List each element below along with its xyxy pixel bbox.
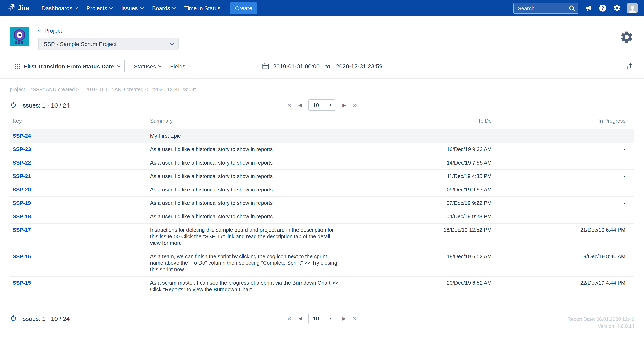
issue-key-link[interactable]: SSP-15 [12,280,31,286]
issue-key-cell: SSP-24 [10,129,150,143]
issue-summary: As a scrum master, I can see the progres… [150,276,354,296]
issue-key-cell: SSP-17 [10,223,150,250]
nav-dashboards[interactable]: Dashboards [37,0,82,16]
nav-time-in-status[interactable]: Time in Status [180,0,225,16]
issue-key-link[interactable]: SSP-19 [12,200,31,206]
table-row: SSP-23 As a user, I'd like a historical … [10,143,634,156]
issue-key-link[interactable]: SSP-20 [12,187,31,193]
caret-down-icon: ▾ [330,103,332,107]
inprogress-date: 19/Dec/19 8:40 AM [492,250,634,276]
report-settings-gear-icon[interactable] [620,30,634,46]
issues-table: Key Summary To Do In Progress SSP-24 My … [10,118,634,296]
issue-key-link[interactable]: SSP-16 [12,253,31,259]
date-to: 2020-12-31 23:59 [336,63,382,69]
search-icon[interactable] [568,5,576,12]
project-meta: Project SSP - Sample Scrum Project [38,27,178,50]
chevron-down-icon [140,6,144,9]
issues-count-label: Issues: 1 - 10 / 24 [21,315,70,322]
avatar-art [16,41,18,44]
issue-key-cell: SSP-16 [10,250,150,276]
table-row: SSP-22 As a user, I'd like a historical … [10,156,634,170]
issue-key-cell: SSP-19 [10,197,150,210]
chevron-down-icon [75,6,78,9]
page-size-value: 10 [313,315,319,322]
issue-key-cell: SSP-15 [10,276,150,296]
user-avatar[interactable] [627,3,638,14]
nav-projects[interactable]: Projects [82,0,117,16]
issue-summary: As a user, I'd like a historical story t… [150,156,354,170]
caret-down-icon: ▾ [330,316,332,320]
inprogress-date: - [492,170,634,183]
inprogress-date: - [492,156,634,170]
report-type-button[interactable]: First Transition From Status Date [10,60,125,73]
inprogress-date: - [492,210,634,223]
prev-page-button[interactable]: ◀ [298,103,302,107]
first-page-button[interactable]: « [287,101,292,109]
statuses-dropdown[interactable]: Statuses [134,63,161,69]
page-size-value: 10 [313,102,319,108]
jira-time-in-status-page: Jira Dashboards Projects Issues Boards T… [0,0,644,338]
chevron-down-icon [170,42,174,45]
issue-key-cell: SSP-22 [10,156,150,170]
issue-summary: Instructions for deleting this sample bo… [150,223,354,250]
project-select[interactable]: SSP - Sample Scrum Project [38,38,178,50]
table-row: SSP-24 My First Epic - - [10,129,634,143]
next-page-button[interactable]: ▶ [342,316,346,321]
prev-page-button[interactable]: ◀ [298,316,302,321]
first-page-button[interactable]: « [287,315,292,322]
todo-date: 11/Dec/19 4:35 PM [354,170,492,183]
table-header-row: Key Summary To Do In Progress [10,118,634,129]
inprogress-date: - [492,197,634,210]
nav-issues[interactable]: Issues [117,0,148,16]
feedback-megaphone-icon[interactable] [584,4,592,12]
chevron-down-icon [188,64,191,67]
issue-summary: As a team, we can finish the sprint by c… [150,250,354,276]
refresh-icon[interactable] [10,101,17,109]
help-icon[interactable]: ? [599,4,607,12]
table-row: SSP-18 As a user, I'd like a historical … [10,210,634,223]
column-header-inprogress: In Progress [492,118,634,129]
jql-query: project = "SSP" AND created >= "2019-01-… [0,79,644,92]
nav-boards[interactable]: Boards [148,0,180,16]
pagination-bottom: « ◀ 10 ▾ ▶ » [287,313,357,324]
plugin-version: Version: 4.6.0.14 [567,323,634,330]
export-icon[interactable] [626,62,634,70]
issue-key-link[interactable]: SSP-23 [12,146,31,152]
issue-key-link[interactable]: SSP-18 [12,213,31,220]
chevron-down-icon [110,6,113,9]
project-label: Project [44,27,62,34]
date-to-word: to [325,63,330,69]
issue-summary: As a user, I'd like a historical story t… [150,197,354,210]
issue-key-link[interactable]: SSP-22 [12,160,31,166]
issue-key-link[interactable]: SSP-24 [12,133,31,139]
create-button[interactable]: Create [230,2,258,14]
next-page-button[interactable]: ▶ [342,103,346,107]
fields-dropdown[interactable]: Fields [170,63,191,69]
page-size-select[interactable]: 10 ▾ [309,313,336,324]
issue-summary: As a user, I'd like a historical story t… [150,143,354,156]
date-range-picker[interactable]: 2019-01-01 00:00 to 2020-12-31 23:59 [262,62,382,70]
last-page-button[interactable]: » [353,101,357,109]
project-avatar [10,27,29,46]
todo-date: 20/Dec/19 6:52 AM [354,276,492,296]
jira-home-link[interactable]: Jira [6,4,30,13]
todo-date: 18/Dec/19 6:52 AM [354,250,492,276]
last-page-button[interactable]: » [353,315,357,322]
calendar-icon [262,62,270,70]
issue-key-cell: SSP-20 [10,183,150,197]
table-row: SSP-17 Instructions for deleting this sa… [10,223,634,250]
navbar-right-group: ? [513,3,638,14]
column-header-todo: To Do [354,118,492,129]
inprogress-date: - [492,143,634,156]
refresh-icon[interactable] [10,315,17,322]
inprogress-date: 22/Dec/19 4:44 PM [492,276,634,296]
project-section-toggle[interactable]: Project [38,27,178,34]
issues-bar-bottom: Issues: 1 - 10 / 24 « ◀ 10 ▾ ▶ » Report … [0,296,644,322]
settings-gear-icon[interactable] [613,4,621,12]
todo-date: 09/Dec/19 9:57 AM [354,183,492,197]
main-navigation: Dashboards Projects Issues Boards Time i… [37,0,258,16]
page-size-select[interactable]: 10 ▾ [309,99,336,111]
todo-date: 07/Dec/19 9:22 PM [354,197,492,210]
issue-key-link[interactable]: SSP-21 [12,173,31,179]
issue-key-link[interactable]: SSP-17 [12,227,31,233]
